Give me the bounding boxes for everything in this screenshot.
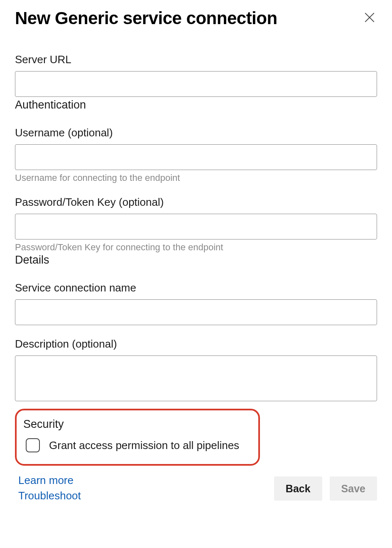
save-button[interactable]: Save xyxy=(330,476,377,501)
password-label: Password/Token Key (optional) xyxy=(15,196,377,209)
server-url-group: Server URL xyxy=(15,53,377,97)
username-group: Username (optional) Username for connect… xyxy=(15,126,377,183)
troubleshoot-link[interactable]: Troubleshoot xyxy=(18,489,81,502)
username-input[interactable] xyxy=(15,144,377,170)
footer-buttons: Back Save xyxy=(274,476,377,501)
grant-access-row: Grant access permission to all pipelines xyxy=(23,438,250,452)
password-input[interactable] xyxy=(15,214,377,239)
dialog-header: New Generic service connection xyxy=(15,8,377,28)
password-group: Password/Token Key (optional) Password/T… xyxy=(15,196,377,253)
description-input[interactable] xyxy=(15,355,377,401)
connection-name-label: Service connection name xyxy=(15,281,377,294)
details-heading: Details xyxy=(15,254,377,267)
dialog-footer: Learn more Troubleshoot Back Save xyxy=(15,474,377,502)
description-group: Description (optional) xyxy=(15,338,377,403)
server-url-input[interactable] xyxy=(15,71,377,97)
grant-access-label[interactable]: Grant access permission to all pipelines xyxy=(49,439,239,452)
server-url-label: Server URL xyxy=(15,53,377,66)
security-heading: Security xyxy=(23,418,250,431)
connection-name-input[interactable] xyxy=(15,299,377,325)
connection-name-group: Service connection name xyxy=(15,281,377,325)
authentication-heading: Authentication xyxy=(15,99,377,111)
grant-access-checkbox[interactable] xyxy=(26,438,40,452)
close-icon xyxy=(363,11,376,26)
close-button[interactable] xyxy=(362,11,377,26)
footer-links: Learn more Troubleshoot xyxy=(15,474,81,502)
username-hint: Username for connecting to the endpoint xyxy=(15,173,377,183)
learn-more-link[interactable]: Learn more xyxy=(18,474,81,487)
dialog-title: New Generic service connection xyxy=(15,8,277,28)
back-button[interactable]: Back xyxy=(274,476,322,501)
description-label: Description (optional) xyxy=(15,338,377,351)
password-hint: Password/Token Key for connecting to the… xyxy=(15,242,377,253)
username-label: Username (optional) xyxy=(15,126,377,139)
security-section: Security Grant access permission to all … xyxy=(15,409,260,466)
